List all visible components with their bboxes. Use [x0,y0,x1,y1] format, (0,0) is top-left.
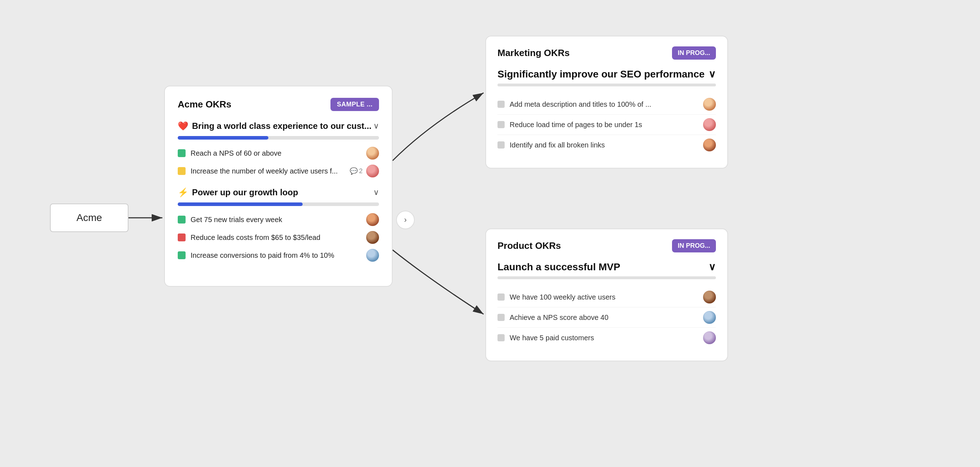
kr-left: Identify and fix all broken links [498,141,605,149]
comment-icon: 💬 [350,167,358,175]
kr-left: Reduce load time of pages to be under 1s [498,121,642,129]
objective-2-header: ⚡ Power up our growth loop ∨ [178,187,379,198]
kr-text: We have 100 weekly active users [510,293,615,301]
avatar [703,139,716,151]
progress-bar-fill-1 [178,136,268,140]
product-okrs-card: Product OKRs IN PROG... Launch a success… [485,228,728,361]
kr-item: Get 75 new trials every week [178,213,379,226]
chevron-down-icon[interactable]: ∨ [708,261,716,273]
kr-item: Increase the number of weekly active use… [178,164,379,177]
kr-list-2: Get 75 new trials every week Reduce lead… [178,213,379,262]
acme-okrs-card-header: Acme OKRs SAMPLE ... [178,98,379,111]
nav-circle-button[interactable]: › [396,210,415,229]
avatar [703,118,716,131]
marketing-okrs-title: Marketing OKRs [498,48,570,59]
avatar [703,311,716,324]
objective-1-header: ❤️ Bring a world class experience to our… [178,121,379,131]
heart-emoji: ❤️ [178,121,188,131]
kr-left: We have 100 weekly active users [498,293,615,301]
progress-bar-fill-2 [178,202,303,206]
comment-bubble: 💬 2 [350,167,363,175]
chevron-down-icon[interactable]: ∨ [373,121,379,131]
in-progress-badge[interactable]: IN PROG... [672,46,716,60]
kr-left: Increase the number of weekly active use… [178,167,337,175]
kr-checkbox[interactable] [498,101,504,108]
objective-2-title[interactable]: ⚡ Power up our growth loop [178,187,298,198]
marketing-objective-title[interactable]: Significantly improve our SEO performanc… [498,68,716,80]
kr-text: Reach a NPS of 60 or above [191,149,282,158]
avatar [366,213,379,226]
kr-text: Get 75 new trials every week [191,216,282,224]
kr-right [366,249,379,262]
kr-text: Reduce load time of pages to be under 1s [510,121,642,129]
kr-text: Increase conversions to paid from 4% to … [191,251,334,260]
avatar [366,231,379,244]
sample-badge[interactable]: SAMPLE ... [331,98,379,111]
acme-label: Acme [76,212,102,223]
kr-item: Reduce load time of pages to be under 1s [498,115,716,135]
kr-right [366,147,379,159]
kr-status-dot [178,167,186,175]
objective-2: ⚡ Power up our growth loop ∨ Get 75 new … [178,187,379,262]
acme-okrs-title: Acme OKRs [178,99,231,110]
avatar [366,147,379,159]
kr-left: We have 5 paid customers [498,334,594,342]
kr-text: Achieve a NPS score above 40 [510,314,608,322]
kr-status-dot [178,234,186,241]
product-progress-bg [498,276,716,279]
kr-left: Get 75 new trials every week [178,216,282,224]
kr-item: Identify and fix all broken links [498,135,716,155]
marketing-kr-list: Add meta description and titles to 100% … [498,94,716,155]
kr-checkbox[interactable] [498,141,504,148]
product-objective-title[interactable]: Launch a successful MVP ∨ [498,261,716,273]
chevron-down-icon[interactable]: ∨ [708,68,716,80]
kr-right [366,213,379,226]
avatar [703,291,716,303]
kr-checkbox[interactable] [498,121,504,128]
kr-status-dot [178,149,186,157]
avatar [703,332,716,344]
kr-checkbox[interactable] [498,293,504,301]
kr-item: Increase conversions to paid from 4% to … [178,249,379,262]
kr-left: Achieve a NPS score above 40 [498,314,608,322]
kr-status-dot [178,251,186,259]
kr-left: Reach a NPS of 60 or above [178,149,282,158]
kr-right: 💬 2 [350,164,379,177]
kr-item: Reduce leads costs from $65 to $35/lead [178,231,379,244]
in-progress-badge[interactable]: IN PROG... [672,239,716,252]
chevron-down-icon[interactable]: ∨ [373,188,379,197]
kr-text: Reduce leads costs from $65 to $35/lead [191,234,320,242]
kr-status-dot [178,216,186,223]
kr-item: Achieve a NPS score above 40 [498,308,716,328]
objective-1: ❤️ Bring a world class experience to our… [178,121,379,177]
kr-left: Increase conversions to paid from 4% to … [178,251,334,260]
kr-text: Add meta description and titles to 100% … [510,100,651,108]
avatar [366,249,379,262]
kr-text: We have 5 paid customers [510,334,594,342]
product-okrs-title: Product OKRs [498,240,561,251]
kr-list-1: Reach a NPS of 60 or above Increase the … [178,147,379,177]
kr-checkbox[interactable] [498,334,504,341]
comment-count: 2 [359,167,363,175]
progress-bar-bg-1 [178,136,379,140]
acme-okrs-card: Acme OKRs SAMPLE ... ❤️ Bring a world cl… [164,86,393,287]
kr-item: Add meta description and titles to 100% … [498,94,716,115]
chevron-right-icon: › [404,215,406,225]
progress-bar-bg-2 [178,202,379,206]
avatar [703,98,716,111]
product-kr-list: We have 100 weekly active users Achieve … [498,287,716,348]
kr-item: We have 5 paid customers [498,328,716,348]
avatar [366,164,379,177]
marketing-okrs-card: Marketing OKRs IN PROG... Significantly … [485,36,728,169]
kr-left: Add meta description and titles to 100% … [498,100,651,108]
marketing-card-header: Marketing OKRs IN PROG... [498,46,716,60]
kr-checkbox[interactable] [498,314,504,321]
kr-item: Reach a NPS of 60 or above [178,147,379,159]
kr-left: Reduce leads costs from $65 to $35/lead [178,234,320,242]
objective-1-title[interactable]: ❤️ Bring a world class experience to our… [178,121,372,131]
kr-text: Identify and fix all broken links [510,141,605,149]
product-card-header: Product OKRs IN PROG... [498,239,716,252]
acme-source-box: Acme [50,204,129,232]
marketing-progress-bg [498,84,716,86]
kr-text: Increase the number of weekly active use… [191,167,337,175]
